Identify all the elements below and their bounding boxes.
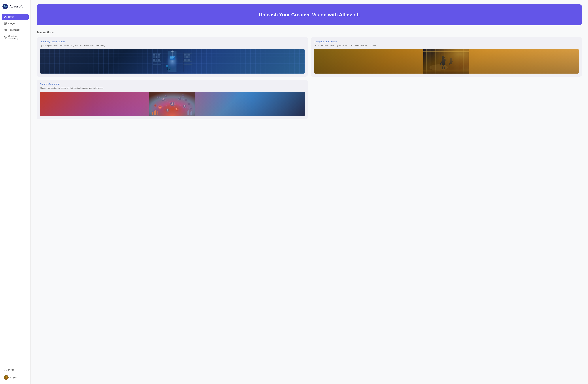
svg-point-120: [165, 95, 167, 97]
app-name: Atlassoft: [9, 5, 23, 8]
svg-rect-91: [149, 92, 195, 116]
sidebar-item-home[interactable]: Home: [2, 14, 29, 20]
svg-rect-28: [158, 59, 160, 61]
svg-rect-18: [153, 64, 161, 65]
sidebar-item-home-label: Home: [8, 16, 14, 18]
svg-line-99: [163, 96, 166, 99]
svg-rect-70: [463, 49, 468, 74]
svg-rect-24: [155, 57, 157, 58]
svg-rect-4: [4, 29, 5, 30]
svg-point-125: [189, 108, 192, 110]
svg-rect-17: [153, 61, 161, 62]
logo-area[interactable]: Atlassoft: [2, 3, 29, 10]
profile-icon: [4, 368, 7, 371]
profile-item[interactable]: Profile: [2, 367, 29, 372]
sidebar-item-images-label: Images: [8, 22, 15, 25]
hero-banner: Unleash Your Creative Vision with Atlass…: [37, 4, 582, 25]
svg-rect-15: [153, 56, 161, 57]
svg-rect-23: [153, 57, 155, 58]
card-cluster[interactable]: Cluster Customers Cluster your customers…: [37, 80, 308, 119]
svg-rect-6: [4, 30, 5, 31]
user-item[interactable]: Sagarnil Das: [2, 374, 29, 381]
svg-line-103: [185, 104, 189, 106]
sidebar-item-qa[interactable]: Question-Answering: [2, 33, 29, 41]
svg-line-93: [172, 99, 180, 104]
svg-line-82: [444, 65, 444, 69]
svg-line-100: [180, 96, 183, 99]
svg-point-113: [183, 105, 186, 108]
svg-rect-76: [423, 51, 469, 52]
svg-point-118: [176, 108, 177, 109]
svg-rect-73: [444, 49, 445, 74]
svg-rect-66: [426, 49, 431, 74]
svg-point-123: [154, 104, 156, 107]
svg-line-102: [155, 106, 160, 107]
svg-line-101: [180, 99, 186, 100]
card-clv-title: Compute CLV Cohort: [314, 40, 579, 43]
top-cards-grid: Inventory Optimization Optimize your inv…: [37, 37, 582, 77]
svg-rect-74: [454, 49, 454, 74]
home-icon: [4, 16, 7, 18]
warehouse-image: [40, 49, 305, 74]
card-inventory[interactable]: Inventory Optimization Optimize your inv…: [37, 37, 308, 77]
card-inventory-desc: Optimize your inventory for maximizing p…: [40, 44, 305, 47]
svg-line-81: [442, 65, 443, 69]
svg-point-89: [430, 64, 448, 71]
svg-line-92: [163, 99, 172, 104]
svg-point-119: [157, 96, 160, 98]
svg-rect-127: [154, 111, 155, 115]
svg-rect-14: [153, 53, 161, 54]
svg-rect-39: [188, 54, 190, 56]
sidebar-item-images[interactable]: Images: [2, 20, 29, 26]
card-inventory-title: Inventory Optimization: [40, 40, 305, 43]
sidebar-item-transactions-label: Transactions: [8, 29, 21, 31]
svg-rect-5: [5, 29, 6, 30]
svg-rect-25: [158, 57, 160, 58]
svg-point-109: [178, 97, 182, 100]
sidebar: Atlassoft Home Images: [0, 0, 31, 384]
svg-point-54: [169, 69, 170, 70]
svg-line-94: [160, 104, 172, 107]
svg-rect-131: [188, 110, 189, 115]
avatar: [4, 375, 9, 380]
svg-rect-130: [187, 111, 188, 115]
image-icon: [4, 22, 7, 25]
card-inventory-image: [40, 49, 305, 74]
svg-rect-19: [153, 67, 161, 67]
svg-rect-34: [183, 61, 191, 62]
svg-rect-37: [184, 54, 186, 56]
svg-point-107: [161, 98, 165, 101]
svg-rect-40: [184, 57, 186, 58]
svg-rect-59: [170, 57, 174, 58]
svg-rect-33: [183, 58, 191, 59]
svg-rect-41: [186, 57, 188, 58]
svg-rect-26: [153, 59, 155, 61]
svg-rect-69: [454, 49, 459, 74]
svg-rect-31: [183, 53, 191, 54]
svg-rect-43: [184, 59, 186, 61]
svg-rect-129: [157, 111, 158, 115]
card-clv[interactable]: Compute CLV Cohort Predict the future va…: [311, 37, 582, 77]
svg-point-53: [167, 69, 168, 70]
nav-items: Home Images Trans: [2, 14, 29, 365]
svg-rect-44: [186, 59, 188, 61]
svg-rect-2: [4, 22, 6, 24]
svg-rect-27: [155, 59, 157, 61]
svg-line-104: [185, 106, 191, 109]
svg-point-111: [158, 106, 162, 109]
user-name: Sagarnil Das: [10, 376, 21, 379]
svg-rect-29: [153, 53, 153, 72]
svg-point-112: [160, 106, 161, 107]
svg-rect-22: [158, 54, 160, 56]
transactions-section: Transactions Inventory Optimization Opti…: [37, 31, 582, 119]
svg-line-97: [172, 104, 177, 109]
svg-point-106: [172, 102, 173, 104]
sidebar-item-transactions[interactable]: Transactions: [2, 27, 29, 33]
svg-point-3: [5, 23, 5, 23]
svg-point-117: [175, 108, 178, 111]
svg-point-122: [185, 99, 187, 101]
svg-point-77: [442, 56, 445, 59]
svg-point-105: [170, 102, 174, 106]
clv-image: [314, 49, 579, 74]
svg-rect-126: [152, 112, 153, 115]
